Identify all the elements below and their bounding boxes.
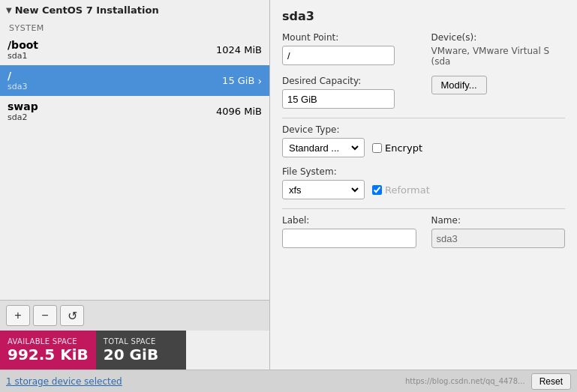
desired-capacity-label: Desired Capacity:	[282, 76, 416, 86]
status-right: https://blog.csdn.net/qq_4478... Reset	[405, 373, 571, 390]
installation-header: ▼ New CentOS 7 Installation	[0, 0, 269, 20]
label-input[interactable]	[282, 229, 416, 248]
partition-title: sda3	[282, 9, 565, 23]
filesystem-row: File System: xfs Reformat	[282, 166, 565, 199]
add-button[interactable]: +	[6, 305, 30, 326]
left-panel: ▼ New CentOS 7 Installation SYSTEM /boot…	[0, 0, 270, 370]
system-label: SYSTEM	[0, 20, 269, 34]
devices-value: VMware, VMware Virtual S (sda	[431, 46, 566, 67]
total-space-box: TOTAL SPACE 20 GiB	[96, 331, 186, 370]
partition-info: / sda3	[8, 70, 27, 91]
partition-size: 15 GiB ›	[222, 75, 262, 87]
mount-point: /boot	[8, 39, 38, 51]
refresh-button[interactable]: ↺	[60, 305, 84, 326]
url-text: https://blog.csdn.net/qq_4478...	[405, 377, 525, 385]
encrypt-checkbox[interactable]	[372, 143, 382, 153]
collapse-icon: ▼	[6, 6, 12, 14]
partition-list: /boot sda1 1024 MiB / sda3 15 GiB ›	[0, 34, 269, 300]
name-input[interactable]	[431, 229, 566, 248]
desired-capacity-input[interactable]	[282, 89, 395, 109]
device-name: sda3	[8, 82, 27, 91]
filesystem-dropdown[interactable]: xfs	[282, 180, 365, 199]
partition-size: 4096 MiB	[216, 106, 262, 117]
file-system-label: File System:	[282, 166, 430, 177]
partition-toolbar: + − ↺	[0, 300, 269, 331]
reformat-checkbox[interactable]	[372, 185, 382, 195]
mount-point-col: Mount Point:	[282, 32, 416, 65]
devices-col: Device(s): VMware, VMware Virtual S (sda	[431, 32, 566, 67]
total-label: TOTAL SPACE	[104, 337, 179, 346]
total-value: 20 GiB	[104, 346, 179, 364]
device-type-label: Device Type:	[282, 124, 422, 135]
divider	[282, 118, 565, 118]
chevron-right-icon: ›	[257, 75, 262, 87]
list-item[interactable]: /boot sda1 1024 MiB	[0, 34, 269, 65]
status-bar: 1 storage device selected https://blog.c…	[0, 370, 577, 392]
modify-col: Modify...	[431, 76, 566, 94]
space-info: AVAILABLE SPACE 992.5 KiB TOTAL SPACE 20…	[0, 331, 269, 370]
available-space-box: AVAILABLE SPACE 992.5 KiB	[0, 331, 96, 370]
capacity-col: Desired Capacity:	[282, 76, 416, 109]
bottom-fields-row: Label: Name:	[282, 215, 565, 248]
divider2	[282, 208, 565, 209]
capacity-row: Desired Capacity: Modify...	[282, 76, 565, 109]
device-name: sda1	[8, 51, 38, 61]
partition-info: swap sda2	[8, 100, 38, 122]
top-fields-row: Mount Point: Device(s): VMware, VMware V…	[282, 32, 565, 67]
partition-info: /boot sda1	[8, 39, 38, 61]
device-name: sda2	[8, 112, 38, 122]
encrypt-checkbox-label[interactable]: Encrypt	[372, 142, 422, 154]
name-field: Name:	[431, 215, 566, 248]
available-label: AVAILABLE SPACE	[8, 337, 89, 346]
list-item[interactable]: / sda3 15 GiB ›	[0, 65, 269, 96]
available-value: 992.5 KiB	[8, 346, 89, 364]
device-type-row: Device Type: Standard ... Encrypt	[282, 124, 565, 157]
modify-button[interactable]: Modify...	[431, 76, 487, 94]
reformat-label: Reformat	[385, 184, 430, 196]
mount-point-label: Mount Point:	[282, 32, 416, 43]
mount-point: /	[8, 70, 27, 82]
list-item[interactable]: swap sda2 4096 MiB	[0, 96, 269, 127]
name-field-label: Name:	[431, 215, 566, 226]
remove-button[interactable]: −	[33, 305, 57, 326]
filesystem-col: File System: xfs Reformat	[282, 166, 430, 199]
mount-point-input[interactable]	[282, 46, 395, 65]
storage-device-link[interactable]: 1 storage device selected	[6, 376, 122, 387]
encrypt-label: Encrypt	[385, 142, 422, 154]
filesystem-select[interactable]: xfs	[286, 184, 361, 196]
partition-size: 1024 MiB	[216, 44, 262, 55]
right-panel: sda3 Mount Point: Device(s): VMware, VMw…	[270, 0, 577, 370]
device-type-dropdown[interactable]: Standard ...	[282, 138, 365, 157]
device-type-col: Device Type: Standard ... Encrypt	[282, 124, 422, 157]
reset-button[interactable]: Reset	[531, 373, 571, 390]
label-field: Label:	[282, 215, 416, 248]
reformat-checkbox-label[interactable]: Reformat	[372, 184, 430, 196]
label-field-label: Label:	[282, 215, 416, 226]
mount-point: swap	[8, 100, 38, 112]
device-type-select[interactable]: Standard ...	[286, 142, 361, 154]
installation-title: New CentOS 7 Installation	[15, 4, 159, 16]
devices-label: Device(s):	[431, 32, 566, 43]
